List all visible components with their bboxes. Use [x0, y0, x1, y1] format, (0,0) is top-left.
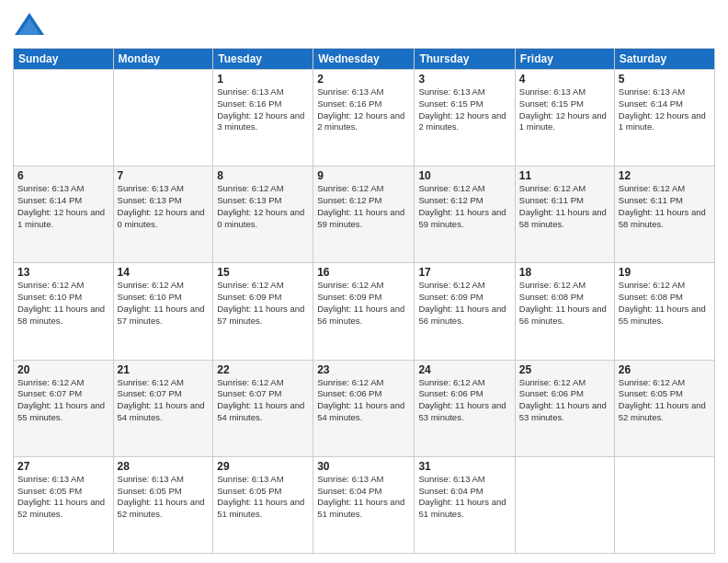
day-info: Sunrise: 6:13 AM Sunset: 6:13 PM Dayligh… [118, 183, 210, 230]
day-number: 10 [418, 169, 510, 182]
calendar-cell: 25Sunrise: 6:12 AM Sunset: 6:06 PM Dayli… [515, 360, 614, 456]
day-number: 13 [17, 266, 109, 279]
day-number: 2 [317, 73, 410, 86]
calendar-cell: 12Sunrise: 6:12 AM Sunset: 6:11 PM Dayli… [614, 167, 714, 263]
day-number: 27 [17, 460, 109, 473]
day-number: 12 [619, 169, 711, 182]
calendar-cell: 20Sunrise: 6:12 AM Sunset: 6:07 PM Dayli… [14, 360, 114, 456]
day-number: 21 [118, 363, 210, 376]
calendar-cell: 23Sunrise: 6:12 AM Sunset: 6:06 PM Dayli… [313, 360, 415, 456]
day-number: 6 [17, 169, 109, 182]
day-number: 1 [217, 73, 309, 86]
day-info: Sunrise: 6:12 AM Sunset: 6:11 PM Dayligh… [619, 183, 711, 230]
day-number: 15 [217, 266, 309, 279]
day-info: Sunrise: 6:12 AM Sunset: 6:10 PM Dayligh… [118, 280, 210, 327]
day-info: Sunrise: 6:12 AM Sunset: 6:09 PM Dayligh… [317, 280, 410, 327]
calendar-cell [515, 456, 614, 553]
day-number: 30 [317, 460, 410, 473]
day-info: Sunrise: 6:13 AM Sunset: 6:15 PM Dayligh… [418, 86, 510, 133]
day-info: Sunrise: 6:12 AM Sunset: 6:07 PM Dayligh… [217, 377, 309, 424]
calendar-cell: 27Sunrise: 6:13 AM Sunset: 6:05 PM Dayli… [14, 456, 114, 553]
calendar-cell: 18Sunrise: 6:12 AM Sunset: 6:08 PM Dayli… [515, 263, 614, 360]
day-info: Sunrise: 6:13 AM Sunset: 6:16 PM Dayligh… [217, 86, 309, 133]
day-number: 18 [519, 266, 610, 279]
day-number: 17 [418, 266, 510, 279]
day-info: Sunrise: 6:12 AM Sunset: 6:06 PM Dayligh… [317, 377, 410, 424]
calendar-cell [113, 70, 213, 167]
day-number: 24 [418, 363, 510, 376]
day-number: 25 [519, 363, 610, 376]
calendar-cell: 15Sunrise: 6:12 AM Sunset: 6:09 PM Dayli… [213, 263, 313, 360]
day-info: Sunrise: 6:12 AM Sunset: 6:06 PM Dayligh… [519, 377, 610, 424]
calendar-cell: 17Sunrise: 6:12 AM Sunset: 6:09 PM Dayli… [415, 263, 515, 360]
day-header-friday: Friday [515, 49, 614, 70]
day-info: Sunrise: 6:12 AM Sunset: 6:09 PM Dayligh… [217, 280, 309, 327]
day-number: 8 [217, 169, 309, 182]
day-info: Sunrise: 6:13 AM Sunset: 6:05 PM Dayligh… [118, 474, 210, 521]
day-header-saturday: Saturday [614, 49, 714, 70]
day-header-monday: Monday [113, 49, 213, 70]
calendar-week-4: 20Sunrise: 6:12 AM Sunset: 6:07 PM Dayli… [14, 360, 715, 456]
calendar-cell: 28Sunrise: 6:13 AM Sunset: 6:05 PM Dayli… [113, 456, 213, 553]
calendar-week-5: 27Sunrise: 6:13 AM Sunset: 6:05 PM Dayli… [14, 456, 715, 553]
day-info: Sunrise: 6:13 AM Sunset: 6:15 PM Dayligh… [519, 86, 610, 133]
day-number: 16 [317, 266, 410, 279]
calendar-cell: 19Sunrise: 6:12 AM Sunset: 6:08 PM Dayli… [614, 263, 714, 360]
calendar-cell: 6Sunrise: 6:13 AM Sunset: 6:14 PM Daylig… [14, 167, 114, 263]
day-number: 26 [619, 363, 711, 376]
day-info: Sunrise: 6:12 AM Sunset: 6:12 PM Dayligh… [418, 183, 510, 230]
day-number: 31 [418, 460, 510, 473]
day-info: Sunrise: 6:12 AM Sunset: 6:08 PM Dayligh… [619, 280, 711, 327]
day-info: Sunrise: 6:12 AM Sunset: 6:12 PM Dayligh… [317, 183, 410, 230]
day-info: Sunrise: 6:12 AM Sunset: 6:13 PM Dayligh… [217, 183, 309, 230]
calendar-cell [14, 70, 114, 167]
calendar-cell: 30Sunrise: 6:13 AM Sunset: 6:04 PM Dayli… [313, 456, 415, 553]
calendar-cell: 11Sunrise: 6:12 AM Sunset: 6:11 PM Dayli… [515, 167, 614, 263]
calendar-cell: 16Sunrise: 6:12 AM Sunset: 6:09 PM Dayli… [313, 263, 415, 360]
day-number: 29 [217, 460, 309, 473]
calendar-cell: 4Sunrise: 6:13 AM Sunset: 6:15 PM Daylig… [515, 70, 614, 167]
calendar-cell: 14Sunrise: 6:12 AM Sunset: 6:10 PM Dayli… [113, 263, 213, 360]
day-info: Sunrise: 6:13 AM Sunset: 6:04 PM Dayligh… [317, 474, 410, 521]
day-number: 3 [418, 73, 510, 86]
calendar-cell: 29Sunrise: 6:13 AM Sunset: 6:05 PM Dayli… [213, 456, 313, 553]
calendar-cell: 9Sunrise: 6:12 AM Sunset: 6:12 PM Daylig… [313, 167, 415, 263]
logo-icon [13, 9, 46, 42]
day-info: Sunrise: 6:12 AM Sunset: 6:10 PM Dayligh… [17, 280, 109, 327]
day-number: 5 [619, 73, 711, 86]
day-number: 14 [118, 266, 210, 279]
day-number: 22 [217, 363, 309, 376]
day-number: 28 [118, 460, 210, 473]
calendar-week-1: 1Sunrise: 6:13 AM Sunset: 6:16 PM Daylig… [14, 70, 715, 167]
calendar-cell: 13Sunrise: 6:12 AM Sunset: 6:10 PM Dayli… [14, 263, 114, 360]
day-info: Sunrise: 6:13 AM Sunset: 6:14 PM Dayligh… [17, 183, 109, 230]
day-header-sunday: Sunday [14, 49, 114, 70]
calendar-cell: 26Sunrise: 6:12 AM Sunset: 6:05 PM Dayli… [614, 360, 714, 456]
day-number: 20 [17, 363, 109, 376]
calendar-cell: 31Sunrise: 6:13 AM Sunset: 6:04 PM Dayli… [415, 456, 515, 553]
day-number: 4 [519, 73, 610, 86]
page: SundayMondayTuesdayWednesdayThursdayFrid… [0, 0, 728, 563]
calendar-week-3: 13Sunrise: 6:12 AM Sunset: 6:10 PM Dayli… [14, 263, 715, 360]
day-info: Sunrise: 6:12 AM Sunset: 6:11 PM Dayligh… [519, 183, 610, 230]
day-number: 19 [619, 266, 711, 279]
calendar-cell: 7Sunrise: 6:13 AM Sunset: 6:13 PM Daylig… [113, 167, 213, 263]
day-header-wednesday: Wednesday [313, 49, 415, 70]
calendar-week-2: 6Sunrise: 6:13 AM Sunset: 6:14 PM Daylig… [14, 167, 715, 263]
day-info: Sunrise: 6:13 AM Sunset: 6:05 PM Dayligh… [17, 474, 109, 521]
calendar-cell: 21Sunrise: 6:12 AM Sunset: 6:07 PM Dayli… [113, 360, 213, 456]
day-header-tuesday: Tuesday [213, 49, 313, 70]
calendar-header-row: SundayMondayTuesdayWednesdayThursdayFrid… [14, 49, 715, 70]
day-number: 9 [317, 169, 410, 182]
calendar-cell: 2Sunrise: 6:13 AM Sunset: 6:16 PM Daylig… [313, 70, 415, 167]
calendar-cell: 8Sunrise: 6:12 AM Sunset: 6:13 PM Daylig… [213, 167, 313, 263]
day-info: Sunrise: 6:13 AM Sunset: 6:04 PM Dayligh… [418, 474, 510, 521]
day-info: Sunrise: 6:12 AM Sunset: 6:09 PM Dayligh… [418, 280, 510, 327]
calendar-cell: 24Sunrise: 6:12 AM Sunset: 6:06 PM Dayli… [415, 360, 515, 456]
calendar-cell: 22Sunrise: 6:12 AM Sunset: 6:07 PM Dayli… [213, 360, 313, 456]
day-info: Sunrise: 6:12 AM Sunset: 6:06 PM Dayligh… [418, 377, 510, 424]
day-header-thursday: Thursday [415, 49, 515, 70]
day-info: Sunrise: 6:13 AM Sunset: 6:05 PM Dayligh… [217, 474, 309, 521]
day-info: Sunrise: 6:13 AM Sunset: 6:16 PM Dayligh… [317, 86, 410, 133]
calendar-cell: 3Sunrise: 6:13 AM Sunset: 6:15 PM Daylig… [415, 70, 515, 167]
